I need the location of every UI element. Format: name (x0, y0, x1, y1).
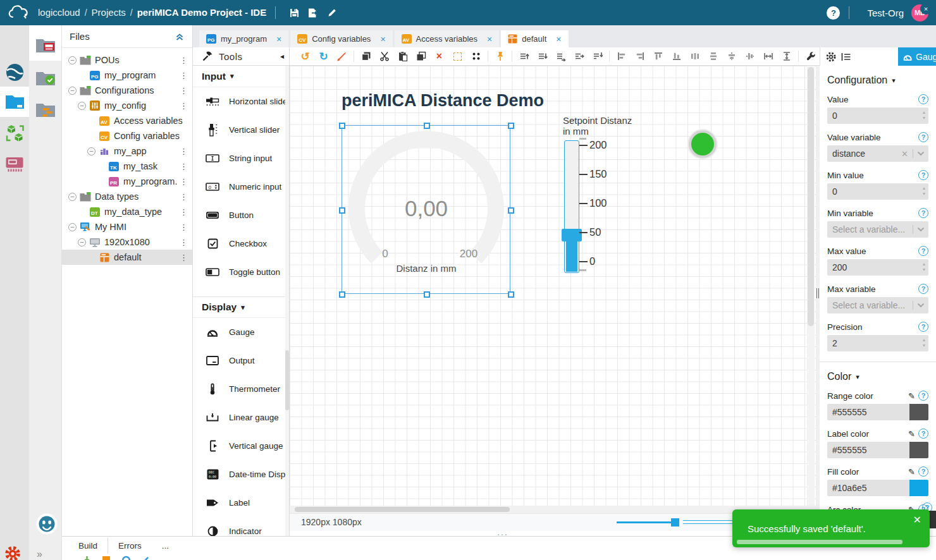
color-swatch[interactable] (909, 404, 928, 420)
kebab-menu-icon[interactable]: ⋮ (180, 162, 188, 171)
tab-config-variables[interactable]: CV Config variables × (290, 30, 392, 47)
bottom-tab-build[interactable]: Build (68, 537, 108, 554)
collapse-tools-icon[interactable]: ◂ (280, 52, 284, 61)
gear-icon[interactable] (825, 51, 837, 63)
settings-gear-icon[interactable] (4, 545, 22, 560)
logiccloud-logo-icon[interactable] (8, 5, 29, 20)
collapse-toggle-icon[interactable]: – (68, 56, 77, 64)
stepper-arrows-icon[interactable]: ▴▾ (923, 261, 925, 272)
collapse-toggle-icon[interactable]: – (87, 147, 95, 155)
stretch-vertical-button[interactable] (777, 48, 796, 64)
align-right-button[interactable] (631, 48, 649, 64)
tree-item-configurations[interactable]: – Configurations ⋮ (62, 83, 192, 98)
tool-string-input[interactable]: String input (193, 144, 289, 173)
canvas-hscroll-thumb[interactable] (295, 507, 510, 512)
breadcrumb-perimica-demo-project-ide[interactable]: periMICA Demo Project - IDE (137, 7, 266, 18)
help-icon[interactable]: ? (918, 170, 928, 180)
slider-handle[interactable] (562, 229, 582, 241)
device-icon[interactable] (0, 149, 29, 180)
chevron-down-icon[interactable] (917, 303, 925, 308)
tool-button[interactable]: Button (193, 201, 289, 229)
canvas-vscroll-thumb[interactable] (808, 67, 814, 326)
folder-bars-icon[interactable] (29, 94, 61, 124)
max-value-input[interactable]: 200 ▴▾ (827, 259, 928, 276)
help-icon[interactable]: ? (918, 391, 928, 401)
collapse-toggle-icon[interactable]: – (78, 102, 86, 110)
selection-handle[interactable] (339, 207, 345, 214)
value-variable-select[interactable]: distance ✕ (827, 145, 928, 162)
selection-handle[interactable] (339, 291, 345, 298)
wrench-button[interactable] (801, 48, 820, 64)
configuration-section-header[interactable]: Configuration ▾ (827, 75, 928, 86)
bottom-tab-[interactable]: ... (152, 537, 179, 554)
tab-my-program[interactable]: PG my_program × (199, 30, 288, 47)
distribute-horizontal-button[interactable] (686, 48, 704, 64)
help-icon[interactable]: ? (827, 6, 840, 20)
properties-list-icon[interactable] (841, 51, 852, 63)
help-icon[interactable]: ? (918, 94, 928, 104)
max-variable-select[interactable]: Select a variable... (827, 297, 928, 313)
tools-scrollbar-thumb[interactable] (285, 350, 289, 410)
collapse-panel-icon[interactable] (175, 32, 185, 42)
tool-vertical-gauge[interactable]: Vertical gauge (193, 432, 289, 460)
stretch-horizontal-button[interactable] (759, 48, 777, 64)
tree-item-my-hmi[interactable]: – My HMI ⋮ (62, 219, 192, 234)
move-up-button[interactable] (515, 48, 533, 64)
fill-color-input[interactable]: #10a6e5 (827, 480, 928, 496)
tool-linear-gauge[interactable]: Linear gauge (193, 403, 289, 432)
tool-checkbox[interactable]: Checkbox (193, 229, 289, 258)
folder-display-icon[interactable] (29, 29, 61, 59)
toast-close-icon[interactable]: ✕ (913, 514, 921, 526)
edit-color-pencil-icon[interactable]: ✎ (908, 467, 915, 477)
canvas-grid[interactable]: periMICA Distance Demo 0,00 0 200 Distan… (290, 66, 816, 506)
stepper-arrows-icon[interactable]: ▴▾ (923, 185, 925, 197)
breadcrumb-projects[interactable]: Projects (92, 7, 126, 18)
value-input[interactable]: 0 ▴▾ (827, 107, 928, 124)
selection-handle[interactable] (508, 207, 514, 214)
canvas-title-label[interactable]: periMICA Distance Demo (329, 91, 557, 111)
collapse-toggle-icon[interactable]: – (78, 238, 86, 247)
tree-item-my-task[interactable]: TK my_task ⋮ (62, 159, 192, 174)
globe-icon[interactable] (0, 57, 29, 87)
redo-button[interactable]: ↻ (314, 48, 333, 64)
tool-output[interactable]: Output (193, 346, 289, 375)
color-swatch[interactable] (909, 480, 928, 496)
collapse-toggle-icon[interactable]: – (68, 87, 77, 95)
kebab-menu-icon[interactable]: ⋮ (180, 71, 188, 80)
tool-indicator[interactable]: Indicator (193, 517, 289, 536)
tool-vertical-slider[interactable]: Vertical slider (193, 116, 289, 144)
kebab-menu-icon[interactable]: ⋮ (180, 86, 188, 95)
align-bottom-button[interactable] (667, 48, 686, 64)
folder-blue-icon[interactable] (0, 87, 29, 117)
kebab-menu-icon[interactable]: ⋮ (180, 253, 188, 262)
move-down-button[interactable] (533, 48, 551, 64)
tree-item-config-variables[interactable]: CV Config variables (62, 128, 192, 143)
expand-panel-chevrons[interactable]: » (37, 549, 42, 560)
chevron-down-icon[interactable] (917, 151, 925, 156)
help-icon[interactable]: ? (918, 132, 928, 142)
feedback-smiley-icon[interactable] (36, 513, 58, 535)
min-variable-select[interactable]: Select a variable... (827, 221, 928, 238)
tree-item-data-types[interactable]: – Data types ⋮ (62, 189, 192, 204)
tree-item-my-app[interactable]: – my_app ⋮ (62, 143, 192, 159)
label-color-input[interactable]: #555555 (827, 442, 928, 458)
modules-icon[interactable] (0, 118, 29, 148)
tree-item-my-program[interactable]: PG my_program ⋮ (62, 68, 192, 83)
kebab-menu-icon[interactable]: ⋮ (180, 56, 188, 65)
tool-label[interactable]: Label (193, 489, 289, 517)
kebab-menu-icon[interactable]: ⋮ (180, 238, 188, 247)
tree-item-1920x1080[interactable]: – 1920x1080 ⋮ (62, 234, 192, 250)
help-icon[interactable]: ? (918, 322, 928, 332)
collapse-toggle-icon[interactable]: – (68, 223, 77, 231)
close-tab-icon[interactable]: × (487, 34, 492, 44)
paste-button[interactable] (393, 48, 412, 64)
tree-item-default[interactable]: default ⋮ (62, 250, 192, 265)
close-tab-icon[interactable]: × (556, 34, 561, 44)
center-horizontal-button[interactable] (722, 48, 741, 64)
stepper-arrows-icon[interactable]: ▴▾ (923, 337, 925, 348)
selection-handle[interactable] (424, 123, 430, 129)
selection-handle[interactable] (508, 123, 514, 129)
vertical-slider-widget[interactable]: Setpoint Distanz in mm 200 150 100 50 0 (562, 115, 644, 279)
tree-item-my-data-type[interactable]: DT my_data_type ⋮ (62, 204, 192, 219)
tab-default[interactable]: default × (501, 30, 568, 47)
